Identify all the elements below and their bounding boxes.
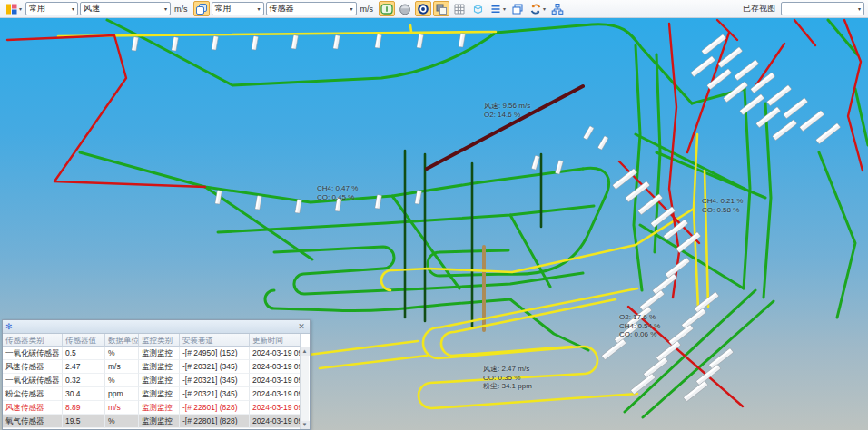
- tunnel-maroon: [427, 86, 583, 169]
- table-row-selected[interactable]: 氧气传感器 19.5 % 监测监控 -[# 22801] (828) 2024-…: [3, 415, 301, 428]
- cell-tunnel: -[# 22801] (828): [180, 401, 250, 415]
- cell-unit: %: [105, 374, 139, 387]
- cell-type: 监测监控: [139, 401, 180, 415]
- helmet-icon: [399, 3, 411, 15]
- cell-value: 8.89: [63, 401, 105, 415]
- cell-unit: m/s: [105, 360, 139, 374]
- list-icon: [489, 3, 502, 15]
- topology-button[interactable]: [549, 1, 566, 16]
- cascade-windows-button[interactable]: [509, 1, 526, 16]
- chevron-down-icon: ▾: [503, 5, 506, 12]
- table-row[interactable]: 风速传感器 2.47 m/s 监测监控 -[# 20321] (345) 202…: [3, 360, 301, 374]
- chevron-down-icon: ▾: [164, 5, 167, 12]
- cell-tunnel: -[# 20321] (345): [180, 374, 250, 387]
- cell-tunnel: -[# 20321] (345): [180, 387, 250, 401]
- helmet-button[interactable]: [397, 1, 413, 16]
- saved-view-label: 已存视图: [743, 3, 775, 15]
- cell-unit: %: [105, 347, 139, 360]
- cell-category: 氧气传感器: [3, 415, 63, 428]
- cell-type: 监测监控: [139, 360, 180, 374]
- cascade-windows-icon: [511, 3, 524, 15]
- refresh-icon: [529, 3, 542, 15]
- chevron-down-icon: ▾: [543, 5, 546, 12]
- cell-category: 一氧化碳传感器: [3, 347, 63, 360]
- list-button[interactable]: ▾: [488, 1, 508, 16]
- toggle-icon: [380, 3, 393, 15]
- cell-unit: m/s: [105, 401, 139, 415]
- power-toggle-button[interactable]: [379, 1, 395, 16]
- saved-view-select[interactable]: ▾: [781, 2, 864, 15]
- chevron-down-icon: ▾: [858, 5, 861, 12]
- main-toolbar: ▾ 常用 ▾ 风速 ▾ m/s 常用 ▾ 传感器 ▾ m/s: [0, 0, 868, 18]
- sensor-panel-titlebar: ✻ ✕: [3, 320, 310, 334]
- cell-time: 2024-03-19 09:08:25: [250, 387, 301, 401]
- table-scrollbar[interactable]: ▲ ▼: [300, 347, 309, 429]
- app-window: ▾ 常用 ▾ 风速 ▾ m/s 常用 ▾ 传感器 ▾ m/s: [0, 0, 868, 430]
- cell-category: 一氧化碳传感器: [3, 374, 63, 387]
- col-header-tunnel[interactable]: 安装巷道: [180, 334, 250, 347]
- cell-type: 监测监控: [139, 387, 180, 401]
- cell-value: 30.4: [63, 387, 105, 401]
- unit-label-1: m/s: [174, 5, 188, 14]
- chevron-down-icon: ▾: [350, 5, 353, 12]
- cell-category: 风速传感器: [3, 360, 63, 374]
- label-category-value: 常用: [215, 3, 232, 15]
- scroll-up-icon[interactable]: ▲: [301, 347, 310, 356]
- copy-icon: [195, 3, 208, 15]
- sensor-panel: ✻ ✕ 传感器类别 传感器值 数据单位 监控类别 安装巷道 更新时间 一氧化碳传…: [2, 319, 311, 430]
- topology-icon: [551, 3, 564, 15]
- close-icon[interactable]: ✕: [296, 322, 307, 331]
- col-header-time[interactable]: 更新时间: [250, 334, 301, 347]
- refresh-button[interactable]: ▾: [528, 1, 547, 16]
- grid-icon: [453, 3, 466, 15]
- cell-tunnel: -[# 22801] (828): [180, 415, 250, 428]
- scroll-down-icon[interactable]: ▼: [301, 421, 310, 429]
- record-button[interactable]: [415, 1, 431, 16]
- clone-view-button[interactable]: [193, 1, 210, 16]
- cell-value: 2.47: [63, 360, 105, 374]
- display-metric-select[interactable]: 风速 ▾: [80, 2, 171, 15]
- chevron-down-icon: ▾: [72, 5, 74, 12]
- cell-time: 2024-03-19 09:08:25: [250, 401, 301, 415]
- palette-icon: [5, 3, 18, 15]
- table-row[interactable]: 粉尘传感器 30.4 ppm 监测监控 -[# 20321] (345) 202…: [3, 387, 301, 401]
- label-metric-value: 传感器: [270, 3, 294, 15]
- cell-unit: ppm: [105, 387, 139, 401]
- cell-category: 粉尘传感器: [3, 387, 63, 401]
- palette-button[interactable]: ▾: [4, 1, 24, 16]
- display-category-value: 常用: [29, 3, 45, 15]
- panel-asterisk-icon: ✻: [5, 323, 13, 331]
- table-header: 传感器类别 传感器值 数据单位 监控类别 安装巷道 更新时间: [3, 334, 301, 347]
- cell-tunnel: -[# 24950] (152): [180, 347, 250, 360]
- chevron-down-icon: ▾: [19, 5, 22, 12]
- label-category-select[interactable]: 常用 ▾: [212, 2, 264, 15]
- cell-time: 2024-03-19 09:08:25: [250, 360, 301, 374]
- cell-time: 2024-03-19 09:08:25: [250, 347, 301, 360]
- cell-value: 0.32: [63, 374, 105, 387]
- overlay-button[interactable]: [433, 1, 449, 16]
- cell-time: 2024-03-19 09:08:25: [250, 374, 301, 387]
- cell-type: 监测监控: [139, 415, 180, 428]
- cell-unit: %: [105, 415, 139, 428]
- cell-type: 监测监控: [139, 347, 180, 360]
- cell-value: 0.5: [63, 347, 105, 360]
- display-category-select[interactable]: 常用 ▾: [25, 2, 78, 15]
- table-row[interactable]: 一氧化碳传感器 0.32 % 监测监控 -[# 20321] (345) 202…: [3, 374, 301, 387]
- table-row[interactable]: 一氧化碳传感器 0.5 % 监测监控 -[# 24950] (152) 2024…: [3, 347, 301, 360]
- grid-button[interactable]: [451, 1, 468, 16]
- cell-value: 19.5: [63, 415, 105, 428]
- label-metric-select[interactable]: 传感器 ▾: [266, 2, 357, 15]
- col-header-type[interactable]: 监控类别: [139, 334, 180, 347]
- cube-3d-button[interactable]: [469, 1, 486, 16]
- viewport-3d[interactable]: 风速: 9.56 m/s O2: 14.6 % CH4: 0.47 % CO: …: [0, 18, 868, 430]
- cube-3d-icon: [471, 3, 484, 15]
- record-icon: [417, 3, 429, 15]
- col-header-unit[interactable]: 数据单位: [105, 334, 139, 347]
- overlay-icon: [435, 3, 448, 15]
- cell-category: 风速传感器: [3, 401, 63, 415]
- cell-type: 监测监控: [139, 374, 180, 387]
- table-row-alarm[interactable]: 风速传感器 8.89 m/s 监测监控 -[# 22801] (828) 202…: [3, 401, 301, 415]
- unit-label-2: m/s: [360, 5, 374, 14]
- col-header-category[interactable]: 传感器类别: [3, 334, 63, 347]
- col-header-value[interactable]: 传感器值: [63, 334, 105, 347]
